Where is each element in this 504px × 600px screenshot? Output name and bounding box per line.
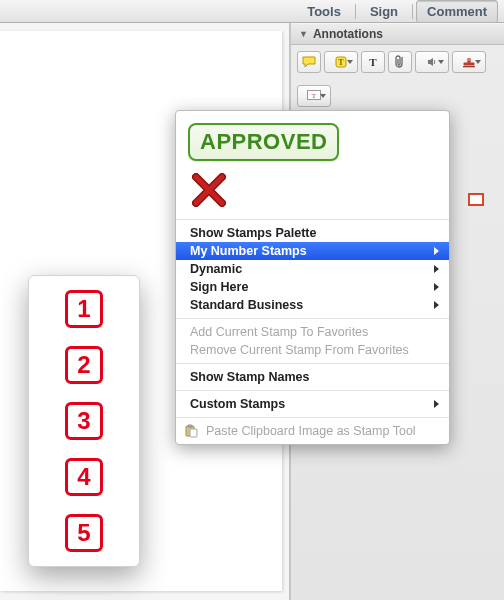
sticky-note-tool[interactable]	[297, 51, 321, 73]
number-stamp-5[interactable]: 5	[65, 514, 103, 552]
menu-my-number-stamps[interactable]: My Number Stamps	[176, 242, 449, 260]
number-stamps-palette: 1 2 3 4 5	[28, 275, 140, 567]
tab-comment[interactable]: Comment	[416, 0, 498, 23]
stamp-icon	[462, 55, 476, 69]
annotation-tool-row-2: T	[291, 79, 504, 113]
stamp-tool[interactable]	[452, 51, 486, 73]
menu-paste-clipboard-stamp: Paste Clipboard Image as Stamp Tool	[176, 422, 449, 440]
svg-rect-10	[188, 425, 192, 427]
tab-sep	[412, 4, 413, 19]
svg-text:T: T	[338, 58, 344, 67]
menu-add-favorite: Add Current Stamp To Favorites	[176, 323, 449, 341]
text-edit-tool[interactable]: T	[361, 51, 385, 73]
attach-tool[interactable]	[388, 51, 412, 73]
top-toolbar: Tools Sign Comment	[0, 0, 504, 23]
number-stamp-3[interactable]: 3	[65, 402, 103, 440]
textbox-tool[interactable]: T	[297, 85, 331, 107]
svg-rect-6	[463, 66, 475, 67]
sound-tool[interactable]	[415, 51, 449, 73]
menu-standard-business[interactable]: Standard Business	[176, 296, 449, 314]
menu-show-stamps-palette[interactable]: Show Stamps Palette	[176, 224, 449, 242]
disclosure-triangle-icon: ▼	[299, 29, 308, 39]
menu-dynamic[interactable]: Dynamic	[176, 260, 449, 278]
menu-sign-here[interactable]: Sign Here	[176, 278, 449, 296]
text-edit-icon: T	[367, 56, 379, 68]
cross-stamp-preview[interactable]	[192, 173, 226, 207]
menu-separator	[176, 390, 449, 391]
svg-rect-11	[190, 429, 197, 437]
annotation-tool-row-1: T T	[291, 45, 504, 79]
annotations-title: Annotations	[313, 27, 383, 41]
menu-separator	[176, 219, 449, 220]
stamp-preview-area: APPROVED	[176, 117, 449, 215]
annotations-header[interactable]: ▼ Annotations	[291, 23, 504, 45]
svg-rect-5	[468, 61, 471, 63]
number-stamp-1[interactable]: 1	[65, 290, 103, 328]
tab-sign[interactable]: Sign	[359, 0, 409, 23]
tab-tools[interactable]: Tools	[296, 0, 352, 23]
tab-sep	[355, 4, 356, 19]
sound-icon	[426, 56, 438, 68]
menu-remove-favorite: Remove Current Stamp From Favorites	[176, 341, 449, 359]
sticky-note-icon	[302, 56, 316, 68]
menu-separator	[176, 363, 449, 364]
highlight-icon: T	[335, 56, 347, 68]
approved-stamp-preview[interactable]: APPROVED	[188, 123, 339, 161]
number-stamp-2[interactable]: 2	[65, 346, 103, 384]
attach-icon	[394, 55, 406, 69]
number-stamp-4[interactable]: 4	[65, 458, 103, 496]
clipboard-icon	[184, 424, 198, 438]
highlight-tool[interactable]: T	[324, 51, 358, 73]
menu-custom-stamps[interactable]: Custom Stamps	[176, 395, 449, 413]
rectangle-annotation[interactable]	[468, 193, 484, 206]
menu-separator	[176, 318, 449, 319]
menu-show-stamp-names[interactable]: Show Stamp Names	[176, 368, 449, 386]
stamp-popup-menu: APPROVED Show Stamps Palette My Number S…	[175, 110, 450, 445]
menu-separator	[176, 417, 449, 418]
textbox-icon: T	[307, 90, 321, 102]
svg-text:T: T	[369, 56, 377, 68]
svg-text:T: T	[312, 92, 317, 100]
